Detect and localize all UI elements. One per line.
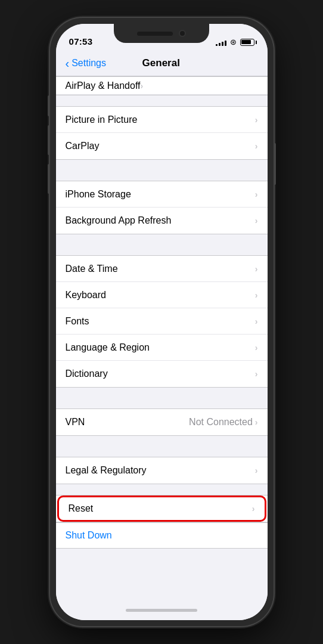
reset-item[interactable]: Reset › bbox=[57, 496, 266, 522]
notch bbox=[114, 24, 209, 43]
chevron-right-icon: › bbox=[255, 190, 258, 199]
partial-group: AirPlay & Handoff › bbox=[56, 76, 268, 95]
group2: iPhone Storage › Background App Refresh … bbox=[56, 181, 268, 234]
chevron-right-icon: › bbox=[141, 81, 144, 91]
section-separator bbox=[56, 160, 268, 181]
chevron-right-icon: › bbox=[255, 343, 258, 352]
chevron-right-icon: › bbox=[255, 466, 258, 475]
chevron-right-icon: › bbox=[255, 115, 258, 125]
chevron-right-icon: › bbox=[255, 417, 258, 427]
item-label: Keyboard bbox=[66, 290, 107, 301]
section-separator bbox=[56, 549, 268, 569]
navigation-bar: ‹ Settings General bbox=[56, 50, 268, 76]
item-label: iPhone Storage bbox=[66, 189, 131, 200]
page-title: General bbox=[142, 57, 180, 69]
chevron-right-icon: › bbox=[252, 504, 255, 513]
wifi-icon: ⊛ bbox=[230, 38, 237, 47]
date-time-item[interactable]: Date & Time › bbox=[56, 256, 268, 282]
item-label: Legal & Regulatory bbox=[66, 465, 147, 476]
chevron-right-icon: › bbox=[255, 369, 258, 379]
back-label: Settings bbox=[72, 58, 106, 69]
item-label: AirPlay & Handoff bbox=[66, 80, 141, 91]
signal-icon bbox=[216, 39, 226, 46]
phone-frame: 07:53 ⊛ ‹ Settings General bbox=[50, 18, 274, 626]
status-time: 07:53 bbox=[69, 36, 93, 47]
item-label: VPN bbox=[66, 417, 85, 428]
iphone-storage-item[interactable]: iPhone Storage › bbox=[56, 181, 268, 208]
section-separator bbox=[56, 95, 268, 106]
front-camera bbox=[179, 30, 186, 37]
chevron-right-icon: › bbox=[255, 290, 258, 300]
chevron-right-icon: › bbox=[255, 216, 258, 225]
back-chevron-icon: ‹ bbox=[66, 57, 70, 69]
item-label: Fonts bbox=[66, 316, 89, 327]
speaker bbox=[137, 32, 173, 36]
settings-content[interactable]: AirPlay & Handoff › Picture in Picture ›… bbox=[56, 76, 268, 600]
volume-up-button[interactable] bbox=[48, 125, 50, 155]
section-separator bbox=[56, 388, 268, 408]
keyboard-item[interactable]: Keyboard › bbox=[56, 282, 268, 308]
chevron-right-icon: › bbox=[255, 141, 258, 151]
dictionary-item[interactable]: Dictionary › bbox=[56, 361, 268, 387]
power-button[interactable] bbox=[274, 143, 276, 185]
list-item[interactable]: Picture in Picture › bbox=[56, 107, 268, 133]
item-label: Picture in Picture bbox=[66, 114, 138, 125]
group5: Legal & Regulatory › bbox=[56, 457, 268, 484]
section-separator bbox=[56, 436, 268, 457]
item-label: Date & Time bbox=[66, 264, 118, 274]
reset-group: Reset › bbox=[56, 495, 268, 522]
item-label: Shut Down bbox=[66, 530, 112, 541]
list-item[interactable]: AirPlay & Handoff › bbox=[56, 77, 268, 95]
section-separator bbox=[56, 484, 268, 495]
group1: Picture in Picture › CarPlay › bbox=[56, 106, 268, 160]
home-indicator[interactable] bbox=[56, 600, 268, 620]
section-separator bbox=[56, 234, 268, 255]
group4: VPN Not Connected › bbox=[56, 408, 268, 436]
shutdown-item[interactable]: Shut Down bbox=[56, 522, 268, 549]
chevron-right-icon: › bbox=[255, 317, 258, 326]
back-button[interactable]: ‹ Settings bbox=[66, 57, 106, 69]
fonts-item[interactable]: Fonts › bbox=[56, 308, 268, 335]
legal-regulatory-item[interactable]: Legal & Regulatory › bbox=[56, 457, 268, 484]
item-label: Reset bbox=[69, 503, 94, 514]
phone-screen: 07:53 ⊛ ‹ Settings General bbox=[56, 24, 268, 620]
battery-icon bbox=[240, 39, 254, 46]
item-label: Background App Refresh bbox=[66, 215, 172, 226]
background-app-refresh-item[interactable]: Background App Refresh › bbox=[56, 208, 268, 234]
item-label: CarPlay bbox=[66, 141, 100, 151]
status-icons: ⊛ bbox=[216, 38, 254, 47]
item-label: Dictionary bbox=[66, 369, 108, 379]
list-item[interactable]: CarPlay › bbox=[56, 133, 268, 159]
language-region-item[interactable]: Language & Region › bbox=[56, 335, 268, 361]
chevron-right-icon: › bbox=[255, 264, 258, 274]
vpn-item[interactable]: VPN Not Connected › bbox=[56, 409, 268, 435]
home-bar bbox=[126, 609, 197, 612]
item-label: Language & Region bbox=[66, 342, 150, 353]
item-value: Not Connected bbox=[189, 417, 253, 428]
group3: Date & Time › Keyboard › Fonts › bbox=[56, 255, 268, 388]
silent-button[interactable] bbox=[48, 95, 50, 116]
volume-down-button[interactable] bbox=[48, 164, 50, 194]
